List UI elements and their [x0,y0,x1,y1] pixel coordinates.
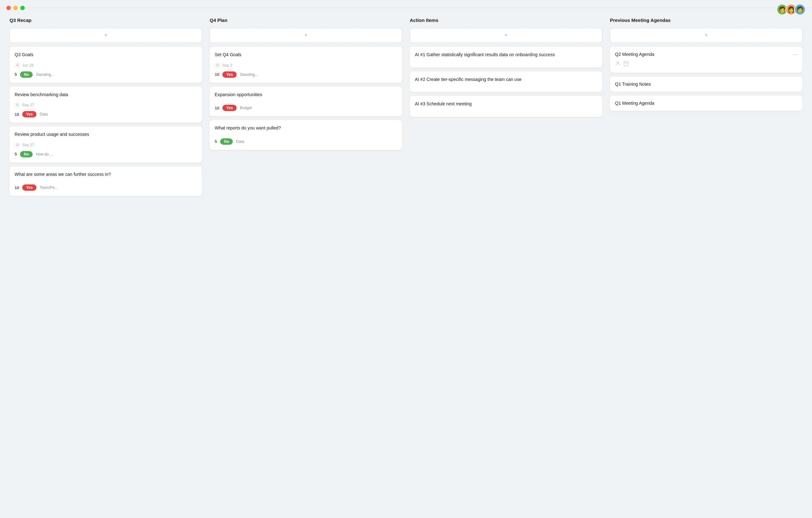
card-number: 5 [14,152,17,157]
svg-point-0 [17,64,19,65]
avatar: 🧑 [794,4,806,15]
person-icon [14,102,20,108]
card-footer: 5NoHow do ... [14,151,197,158]
card-number: 10 [14,112,19,117]
svg-point-4 [617,61,619,63]
add-card-button-q3-recap[interactable]: + [9,28,202,43]
card-title: Expansion opportunities [215,92,397,98]
add-card-button-prev-agendas[interactable]: + [610,28,803,43]
title-bar: 🧑 👩 🧑 [0,0,812,8]
column-q3-recap: Q3 Recap+Q3 Goals Jun 28 5NoStanding...R… [9,18,202,200]
person-icon [615,61,621,67]
maximize-button[interactable] [20,6,25,10]
card-footer: 10YesBudget [215,105,397,111]
card-extra-text: Standing... [240,72,258,77]
card-title: What are some areas we can further succe… [14,171,197,178]
card-ai2[interactable]: AI #2 Create tier-specific messaging the… [410,72,602,92]
column-header-q4-plan: Q4 Plan [210,18,402,23]
card-meta-icons [615,61,655,67]
card-review-product-usage[interactable]: Review product usage and successes Sep 2… [9,126,202,163]
svg-point-1 [17,104,19,105]
card-footer: 5NoData [215,138,397,145]
card-title: Set Q4 Goals [215,52,397,58]
minimize-button[interactable] [13,6,18,10]
calendar-icon [623,61,629,67]
card-q3-goals[interactable]: Q3 Goals Jun 28 5NoStanding... [9,47,202,83]
card-date: Sep 27 [22,143,34,147]
card-number: 5 [215,139,217,144]
column-prev-agendas: Previous Meeting Agendas+Q2 Meeting Agen… [610,18,803,115]
card-what-reports[interactable]: What reports do you want pulled?5NoData [210,120,402,150]
card-footer: 10YesTeam/Pe... [14,184,197,191]
close-button[interactable] [6,6,11,10]
column-header-prev-agendas: Previous Meeting Agendas [610,18,803,23]
card-date: Sep 2 [222,63,232,67]
card-number: 5 [14,72,17,77]
card-badge: Yes [222,105,237,111]
card-expansion-opps[interactable]: Expansion opportunities10YesBudget [210,87,402,116]
card-title: Q1 Meeting Agenda [615,101,655,106]
card-extra-text: How do ... [36,152,53,157]
card-title: Q1 Training Notes [615,82,651,87]
card-badge: No [220,138,233,145]
column-header-q3-recap: Q3 Recap [9,18,202,23]
card-number: 10 [215,72,219,77]
add-card-button-action-items[interactable]: + [410,28,602,43]
card-number: 10 [14,185,19,190]
card-ai3[interactable]: AI #3 Schedule next meeting [410,96,602,117]
card-badge: Yes [222,72,237,78]
column-action-items: Action Items+AI #1 Gather statistically … [410,18,602,120]
svg-point-2 [17,143,19,145]
card-date: Jun 28 [22,63,34,67]
svg-rect-5 [624,61,628,66]
card-title: Q2 Meeting Agenda [615,52,655,57]
card-q2-agenda[interactable]: Q2 Meeting Agenda ··· [610,47,803,73]
card-badge: No [20,72,33,78]
card-further-success[interactable]: What are some areas we can further succe… [9,166,202,196]
card-date-meta: Jun 28 [14,62,197,68]
card-footer: 5NoStanding... [14,72,197,78]
column-header-action-items: Action Items [410,18,602,23]
card-footer: 10YesStanding... [215,72,397,78]
card-q1-training[interactable]: Q1 Training Notes [610,77,803,92]
card-review-benchmarking[interactable]: Review benchmarking data Sep 27 10YesDat… [9,87,202,123]
traffic-lights [6,6,25,10]
card-footer: 10YesData [14,111,197,117]
card-title: AI #1 Gather statistically significant r… [415,52,597,58]
card-extra-text: Standing... [36,72,54,77]
card-date-meta: Sep 27 [14,102,197,108]
card-set-q4-goals[interactable]: Set Q4 Goals Sep 2 10YesStanding... [210,47,402,83]
person-icon [14,142,20,148]
card-date-meta: Sep 2 [215,62,397,68]
card-date: Sep 27 [22,103,34,107]
card-extra-text: Team/Pe... [40,185,58,190]
column-q4-plan: Q4 Plan+Set Q4 Goals Sep 2 10YesStanding… [210,18,402,154]
card-title: What reports do you want pulled? [215,125,397,131]
card-title: Review benchmarking data [14,92,197,98]
avatar-group: 🧑 👩 🧑 [777,4,806,15]
card-title: Q3 Goals [14,52,197,58]
card-badge: No [20,151,33,158]
board: Q3 Recap+Q3 Goals Jun 28 5NoStanding...R… [0,8,812,209]
card-title: Review product usage and successes [14,131,197,138]
card-extra-text: Budget [240,106,252,110]
card-extra-text: Data [40,112,48,116]
more-options-icon[interactable]: ··· [793,52,798,57]
card-title: AI #2 Create tier-specific messaging the… [415,77,597,83]
add-card-button-q4-plan[interactable]: + [210,28,402,43]
card-badge: Yes [22,111,36,117]
card-extra-text: Data [236,139,244,144]
person-icon [14,62,20,68]
card-title: AI #3 Schedule next meeting [415,101,597,107]
card-badge: Yes [22,184,36,191]
person-icon [215,62,221,68]
card-q1-agenda[interactable]: Q1 Meeting Agenda [610,96,803,111]
card-number: 10 [215,106,219,110]
svg-point-3 [217,64,219,65]
card-ai1[interactable]: AI #1 Gather statistically significant r… [410,47,602,67]
card-date-meta: Sep 27 [14,142,197,148]
